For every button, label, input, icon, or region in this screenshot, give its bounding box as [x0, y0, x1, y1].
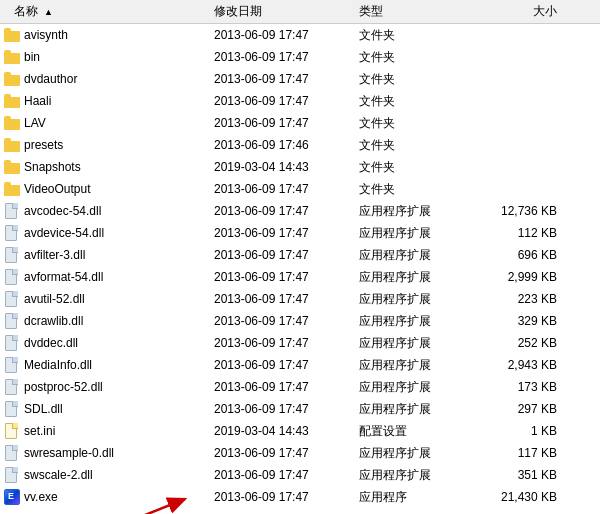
file-name-label: dvdauthor	[24, 72, 77, 86]
table-row[interactable]: avutil-52.dll 2013-06-09 17:47 应用程序扩展 22…	[0, 288, 600, 310]
table-row[interactable]: dcrawlib.dll 2013-06-09 17:47 应用程序扩展 329…	[0, 310, 600, 332]
cell-type: 配置设置	[355, 423, 475, 440]
file-name-label: avformat-54.dll	[24, 270, 103, 284]
cell-date: 2013-06-09 17:46	[210, 138, 355, 152]
cell-type: 应用程序扩展	[355, 203, 475, 220]
file-name-label: presets	[24, 138, 63, 152]
cell-date: 2013-06-09 17:47	[210, 314, 355, 328]
table-row[interactable]: MediaInfo.dll 2013-06-09 17:47 应用程序扩展 2,…	[0, 354, 600, 376]
cell-name: avformat-54.dll	[0, 269, 210, 285]
col-header-name[interactable]: 名称 ▲	[0, 3, 210, 20]
dll-icon	[4, 357, 20, 373]
cell-type: 应用程序扩展	[355, 291, 475, 308]
cell-name: dvdauthor	[0, 72, 210, 86]
table-row[interactable]: avformat-54.dll 2013-06-09 17:47 应用程序扩展 …	[0, 266, 600, 288]
dll-icon	[4, 269, 20, 285]
exe-icon	[4, 489, 20, 505]
cell-type: 文件夹	[355, 115, 475, 132]
folder-icon	[4, 182, 20, 196]
cell-type: 应用程序扩展	[355, 467, 475, 484]
dll-icon	[4, 291, 20, 307]
table-row[interactable]: dvdauthor 2013-06-09 17:47 文件夹	[0, 68, 600, 90]
cell-name: vv.exe	[0, 489, 210, 505]
cell-date: 2013-06-09 17:47	[210, 468, 355, 482]
cell-name: bin	[0, 50, 210, 64]
cell-date: 2013-06-09 17:47	[210, 116, 355, 130]
table-row[interactable]: avfilter-3.dll 2013-06-09 17:47 应用程序扩展 6…	[0, 244, 600, 266]
table-row[interactable]: presets 2013-06-09 17:46 文件夹	[0, 134, 600, 156]
file-name-label: VideoOutput	[24, 182, 91, 196]
col-header-type[interactable]: 类型	[355, 3, 475, 20]
folder-icon	[4, 138, 20, 152]
table-row[interactable]: LAV 2013-06-09 17:47 文件夹	[0, 112, 600, 134]
folder-icon	[4, 94, 20, 108]
dll-icon	[4, 467, 20, 483]
cell-date: 2013-06-09 17:47	[210, 50, 355, 64]
table-row[interactable]: VideoOutput 2013-06-09 17:47 文件夹	[0, 178, 600, 200]
table-row[interactable]: Snapshots 2019-03-04 14:43 文件夹	[0, 156, 600, 178]
cell-name: dvddec.dll	[0, 335, 210, 351]
table-row[interactable]: SDL.dll 2013-06-09 17:47 应用程序扩展 297 KB	[0, 398, 600, 420]
table-row[interactable]: avdevice-54.dll 2013-06-09 17:47 应用程序扩展 …	[0, 222, 600, 244]
file-name-label: avcodec-54.dll	[24, 204, 101, 218]
cell-size: 21,430 KB	[475, 490, 565, 504]
dll-icon	[4, 203, 20, 219]
cell-date: 2013-06-09 17:47	[210, 72, 355, 86]
table-row[interactable]: avisynth 2013-06-09 17:47 文件夹	[0, 24, 600, 46]
table-row[interactable]: dvddec.dll 2013-06-09 17:47 应用程序扩展 252 K…	[0, 332, 600, 354]
table-row[interactable]: swresample-0.dll 2013-06-09 17:47 应用程序扩展…	[0, 442, 600, 464]
cell-type: 文件夹	[355, 93, 475, 110]
cell-date: 2013-06-09 17:47	[210, 270, 355, 284]
col-header-size[interactable]: 大小	[475, 3, 565, 20]
cell-name: LAV	[0, 116, 210, 130]
cell-name: swscale-2.dll	[0, 467, 210, 483]
cell-name: Snapshots	[0, 160, 210, 174]
cell-size: 329 KB	[475, 314, 565, 328]
cell-date: 2013-06-09 17:47	[210, 380, 355, 394]
cell-date: 2013-06-09 17:47	[210, 94, 355, 108]
dll-icon	[4, 313, 20, 329]
cell-type: 文件夹	[355, 137, 475, 154]
file-name-label: Snapshots	[24, 160, 81, 174]
cell-type: 文件夹	[355, 181, 475, 198]
file-name-label: avfilter-3.dll	[24, 248, 85, 262]
folder-icon	[4, 116, 20, 130]
table-row[interactable]: Haali 2013-06-09 17:47 文件夹	[0, 90, 600, 112]
file-name-label: swscale-2.dll	[24, 468, 93, 482]
cell-name: dcrawlib.dll	[0, 313, 210, 329]
file-name-label: MediaInfo.dll	[24, 358, 92, 372]
table-row[interactable]: set.ini 2019-03-04 14:43 配置设置 1 KB	[0, 420, 600, 442]
cell-date: 2013-06-09 17:47	[210, 446, 355, 460]
folder-icon	[4, 72, 20, 86]
table-row[interactable]: swscale-2.dll 2013-06-09 17:47 应用程序扩展 35…	[0, 464, 600, 486]
table-row[interactable]: avcodec-54.dll 2013-06-09 17:47 应用程序扩展 1…	[0, 200, 600, 222]
cell-type: 应用程序扩展	[355, 357, 475, 374]
dll-icon	[4, 335, 20, 351]
file-name-label: avdevice-54.dll	[24, 226, 104, 240]
cell-type: 应用程序扩展	[355, 401, 475, 418]
file-name-label: vv.exe	[24, 490, 58, 504]
cell-date: 2019-03-04 14:43	[210, 160, 355, 174]
cell-size: 2,999 KB	[475, 270, 565, 284]
cell-type: 应用程序扩展	[355, 247, 475, 264]
cell-date: 2019-03-04 14:43	[210, 424, 355, 438]
dll-icon	[4, 379, 20, 395]
cell-name: avisynth	[0, 28, 210, 42]
file-name-label: bin	[24, 50, 40, 64]
col-header-date[interactable]: 修改日期	[210, 3, 355, 20]
cell-name: MediaInfo.dll	[0, 357, 210, 373]
file-name-label: dvddec.dll	[24, 336, 78, 350]
table-row[interactable]: bin 2013-06-09 17:47 文件夹	[0, 46, 600, 68]
cell-type: 应用程序扩展	[355, 313, 475, 330]
cell-size: 2,943 KB	[475, 358, 565, 372]
folder-icon	[4, 160, 20, 174]
cell-type: 应用程序扩展	[355, 445, 475, 462]
cell-name: postproc-52.dll	[0, 379, 210, 395]
cell-size: 252 KB	[475, 336, 565, 350]
table-row[interactable]: postproc-52.dll 2013-06-09 17:47 应用程序扩展 …	[0, 376, 600, 398]
dll-icon	[4, 225, 20, 241]
cell-size: 297 KB	[475, 402, 565, 416]
table-row[interactable]: vv.exe 2013-06-09 17:47 应用程序 21,430 KB	[0, 486, 600, 508]
folder-icon	[4, 28, 20, 42]
cell-type: 文件夹	[355, 49, 475, 66]
